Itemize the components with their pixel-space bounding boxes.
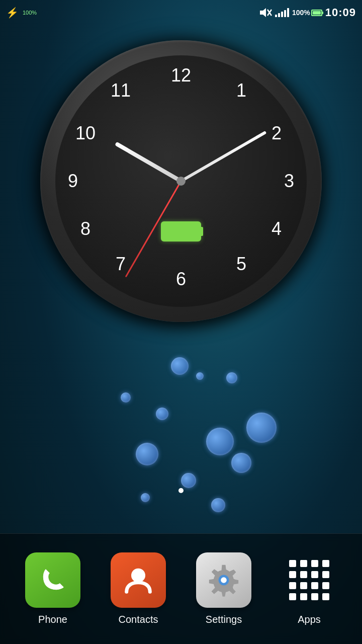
apps-dot bbox=[300, 582, 307, 589]
phone-icon-container bbox=[25, 552, 80, 608]
apps-dot bbox=[311, 593, 318, 600]
apps-grid bbox=[289, 560, 329, 600]
dock-item-apps[interactable]: Apps bbox=[282, 552, 337, 625]
status-time: 10:09 bbox=[325, 6, 356, 19]
battery-icon bbox=[311, 10, 322, 16]
battery-percent-small: 100% bbox=[23, 10, 37, 16]
phone-icon bbox=[35, 562, 70, 598]
apps-dot bbox=[322, 593, 329, 600]
apps-dot bbox=[300, 593, 307, 600]
apps-dot bbox=[322, 571, 329, 578]
apps-dot bbox=[311, 560, 318, 567]
apps-dot bbox=[289, 593, 296, 600]
clock-num-3: 3 bbox=[284, 171, 294, 192]
apps-dot bbox=[311, 571, 318, 578]
clock-num-6: 6 bbox=[176, 269, 186, 290]
status-right: 100% 10:09 bbox=[259, 6, 356, 19]
bubble bbox=[121, 392, 131, 403]
dock-item-phone[interactable]: Phone bbox=[25, 552, 80, 625]
apps-dot bbox=[322, 560, 329, 567]
bubble bbox=[231, 453, 251, 473]
svg-point-3 bbox=[131, 569, 145, 583]
settings-icon bbox=[206, 562, 241, 598]
clock-num-11: 11 bbox=[111, 80, 131, 101]
bubble bbox=[196, 372, 204, 380]
clock-num-9: 9 bbox=[68, 171, 78, 192]
clock-num-10: 10 bbox=[75, 123, 96, 144]
svg-point-7 bbox=[221, 577, 227, 583]
bubble bbox=[211, 498, 225, 512]
contacts-icon bbox=[121, 562, 156, 598]
clock-num-7: 7 bbox=[116, 254, 126, 275]
apps-label: Apps bbox=[298, 614, 321, 625]
clock-center-dot bbox=[176, 177, 186, 186]
clock-battery-indicator bbox=[161, 221, 201, 242]
clock-outer-ring: 12 1 2 3 4 5 6 7 8 9 10 bbox=[40, 40, 322, 322]
status-left: ⚡ 100% bbox=[6, 7, 37, 19]
dock-item-settings[interactable]: Settings bbox=[196, 552, 251, 625]
bubble bbox=[181, 473, 196, 488]
contacts-label: Contacts bbox=[119, 614, 158, 625]
apps-dot bbox=[289, 571, 296, 578]
clock-num-1: 1 bbox=[236, 80, 246, 101]
status-bar: ⚡ 100% 100% 10:09 bbox=[0, 0, 362, 25]
bubble bbox=[226, 372, 237, 383]
settings-label: Settings bbox=[206, 614, 242, 625]
mute-icon bbox=[259, 8, 272, 18]
settings-icon-container bbox=[196, 552, 251, 608]
page-dot-1 bbox=[178, 488, 184, 493]
apps-dot bbox=[300, 560, 307, 567]
bubble bbox=[246, 413, 277, 443]
phone-label: Phone bbox=[38, 614, 67, 625]
dock: Phone Contacts bbox=[0, 533, 362, 644]
battery-status: 100% bbox=[292, 9, 322, 17]
bubble bbox=[171, 357, 189, 375]
clock-face: 12 1 2 3 4 5 6 7 8 9 10 bbox=[55, 55, 307, 307]
clock-num-5: 5 bbox=[236, 254, 246, 275]
bubble bbox=[141, 493, 150, 502]
apps-dot bbox=[300, 571, 307, 578]
clock-num-8: 8 bbox=[80, 218, 90, 239]
clock-num-4: 4 bbox=[272, 218, 282, 239]
bubble bbox=[156, 408, 168, 420]
bubbles-decoration bbox=[106, 342, 256, 503]
contacts-icon-container bbox=[111, 552, 166, 608]
clock-widget[interactable]: 12 1 2 3 4 5 6 7 8 9 10 bbox=[40, 40, 322, 352]
apps-dot bbox=[311, 582, 318, 589]
page-indicator bbox=[178, 488, 184, 493]
usb-icon: ⚡ bbox=[6, 7, 19, 19]
bubble bbox=[206, 428, 234, 455]
apps-dot bbox=[322, 582, 329, 589]
bubble bbox=[136, 443, 158, 465]
battery-percent: 100% bbox=[292, 9, 310, 17]
dock-item-contacts[interactable]: Contacts bbox=[111, 552, 166, 625]
apps-dot bbox=[289, 560, 296, 567]
clock-num-2: 2 bbox=[272, 123, 282, 144]
svg-marker-0 bbox=[260, 8, 266, 17]
apps-icon-container bbox=[282, 552, 337, 608]
clock-num-12: 12 bbox=[171, 65, 191, 86]
battery-small-indicator: 100% bbox=[23, 10, 37, 16]
apps-dot bbox=[289, 582, 296, 589]
signal-icon bbox=[275, 8, 289, 17]
